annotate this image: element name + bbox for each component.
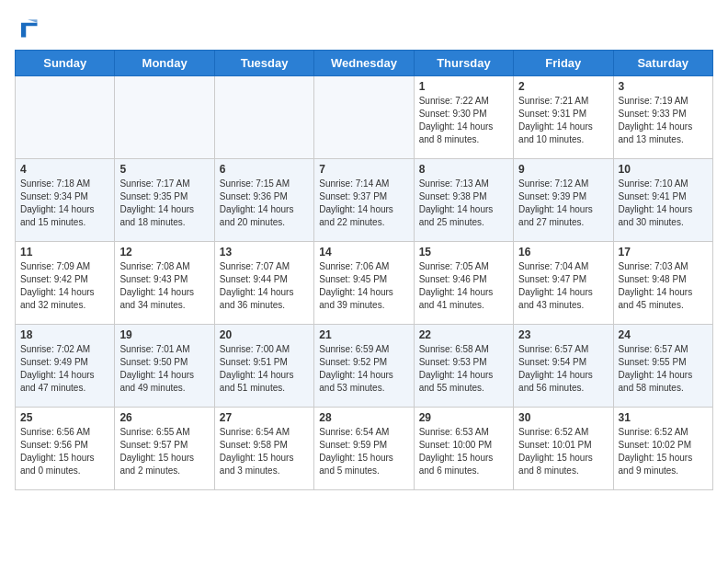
day-info: Sunrise: 7:15 AM Sunset: 9:36 PM Dayligh…: [220, 178, 309, 229]
calendar-cell: 5Sunrise: 7:17 AM Sunset: 9:35 PM Daylig…: [115, 159, 214, 242]
day-info: Sunrise: 7:01 AM Sunset: 9:50 PM Dayligh…: [119, 343, 209, 395]
day-info: Sunrise: 6:59 AM Sunset: 9:52 PM Dayligh…: [319, 343, 408, 395]
day-number: 29: [419, 411, 508, 424]
day-info: Sunrise: 6:53 AM Sunset: 10:00 PM Daylig…: [419, 426, 508, 477]
day-info: Sunrise: 7:13 AM Sunset: 9:38 PM Dayligh…: [419, 178, 508, 229]
day-number: 9: [518, 163, 608, 176]
day-number: 19: [119, 328, 209, 341]
day-number: 24: [619, 328, 708, 341]
day-info: Sunrise: 7:12 AM Sunset: 9:39 PM Dayligh…: [518, 178, 608, 229]
day-info: Sunrise: 7:10 AM Sunset: 9:41 PM Dayligh…: [619, 178, 708, 229]
day-info: Sunrise: 7:22 AM Sunset: 9:30 PM Dayligh…: [419, 95, 508, 146]
day-number: 3: [619, 80, 708, 93]
day-number: 6: [220, 163, 309, 176]
day-number: 30: [518, 411, 608, 424]
calendar-cell: 10Sunrise: 7:10 AM Sunset: 9:41 PM Dayli…: [613, 159, 712, 242]
calendar-header: SundayMondayTuesdayWednesdayThursdayFrid…: [16, 51, 713, 76]
header-saturday: Saturday: [613, 51, 712, 76]
calendar-cell: 18Sunrise: 7:02 AM Sunset: 9:49 PM Dayli…: [16, 325, 115, 408]
week-row-3: 18Sunrise: 7:02 AM Sunset: 9:49 PM Dayli…: [16, 325, 713, 408]
day-number: 14: [319, 246, 408, 259]
header-thursday: Thursday: [414, 51, 513, 76]
day-info: Sunrise: 7:18 AM Sunset: 9:34 PM Dayligh…: [20, 178, 109, 229]
day-number: 26: [119, 411, 209, 424]
day-info: Sunrise: 6:52 AM Sunset: 10:02 PM Daylig…: [619, 426, 708, 477]
day-info: Sunrise: 7:17 AM Sunset: 9:35 PM Dayligh…: [119, 178, 209, 229]
day-number: 25: [20, 411, 109, 424]
day-number: 15: [419, 246, 508, 259]
day-number: 22: [419, 328, 508, 341]
day-number: 28: [319, 411, 408, 424]
day-number: 2: [518, 80, 608, 93]
calendar-body: 1Sunrise: 7:22 AM Sunset: 9:30 PM Daylig…: [16, 76, 713, 490]
calendar-cell: [214, 76, 313, 159]
header-row: SundayMondayTuesdayWednesdayThursdayFrid…: [16, 51, 713, 76]
calendar-table: SundayMondayTuesdayWednesdayThursdayFrid…: [15, 50, 713, 490]
calendar-cell: 9Sunrise: 7:12 AM Sunset: 9:39 PM Daylig…: [514, 159, 613, 242]
header-friday: Friday: [514, 51, 613, 76]
day-number: 10: [619, 163, 708, 176]
calendar-cell: 20Sunrise: 7:00 AM Sunset: 9:51 PM Dayli…: [214, 325, 313, 408]
logo: [15, 15, 44, 40]
day-info: Sunrise: 7:08 AM Sunset: 9:43 PM Dayligh…: [119, 260, 209, 312]
day-info: Sunrise: 7:09 AM Sunset: 9:42 PM Dayligh…: [20, 260, 109, 312]
day-info: Sunrise: 7:02 AM Sunset: 9:49 PM Dayligh…: [20, 343, 109, 395]
day-number: 5: [119, 163, 209, 176]
day-number: 31: [619, 411, 708, 424]
calendar-cell: 14Sunrise: 7:06 AM Sunset: 9:45 PM Dayli…: [314, 242, 414, 325]
calendar-cell: 27Sunrise: 6:54 AM Sunset: 9:58 PM Dayli…: [214, 408, 313, 490]
calendar-cell: 8Sunrise: 7:13 AM Sunset: 9:38 PM Daylig…: [414, 159, 513, 242]
day-number: 7: [319, 163, 408, 176]
calendar-cell: 24Sunrise: 6:57 AM Sunset: 9:55 PM Dayli…: [613, 325, 712, 408]
day-info: Sunrise: 6:57 AM Sunset: 9:55 PM Dayligh…: [619, 343, 708, 395]
day-info: Sunrise: 7:00 AM Sunset: 9:51 PM Dayligh…: [220, 343, 309, 395]
header-sunday: Sunday: [16, 51, 115, 76]
day-number: 20: [220, 328, 309, 341]
calendar-cell: 1Sunrise: 7:22 AM Sunset: 9:30 PM Daylig…: [414, 76, 513, 159]
logo-icon: [15, 15, 40, 40]
week-row-1: 4Sunrise: 7:18 AM Sunset: 9:34 PM Daylig…: [16, 159, 713, 242]
calendar-cell: 6Sunrise: 7:15 AM Sunset: 9:36 PM Daylig…: [214, 159, 313, 242]
calendar-cell: 4Sunrise: 7:18 AM Sunset: 9:34 PM Daylig…: [16, 159, 115, 242]
day-number: 27: [220, 411, 309, 424]
day-info: Sunrise: 6:58 AM Sunset: 9:53 PM Dayligh…: [419, 343, 508, 395]
calendar-cell: 12Sunrise: 7:08 AM Sunset: 9:43 PM Dayli…: [115, 242, 214, 325]
calendar-cell: 2Sunrise: 7:21 AM Sunset: 9:31 PM Daylig…: [514, 76, 613, 159]
svg-marker-0: [21, 23, 38, 38]
calendar-cell: 21Sunrise: 6:59 AM Sunset: 9:52 PM Dayli…: [314, 325, 414, 408]
calendar-cell: 29Sunrise: 6:53 AM Sunset: 10:00 PM Dayl…: [414, 408, 513, 490]
day-number: 16: [518, 246, 608, 259]
day-number: 13: [220, 246, 309, 259]
calendar-cell: 22Sunrise: 6:58 AM Sunset: 9:53 PM Dayli…: [414, 325, 513, 408]
day-info: Sunrise: 7:05 AM Sunset: 9:46 PM Dayligh…: [419, 260, 508, 312]
day-info: Sunrise: 6:54 AM Sunset: 9:58 PM Dayligh…: [220, 426, 309, 477]
day-info: Sunrise: 7:06 AM Sunset: 9:45 PM Dayligh…: [319, 260, 408, 312]
calendar-cell: 23Sunrise: 6:57 AM Sunset: 9:54 PM Dayli…: [514, 325, 613, 408]
day-info: Sunrise: 7:19 AM Sunset: 9:33 PM Dayligh…: [619, 95, 708, 146]
header-tuesday: Tuesday: [214, 51, 313, 76]
header: [15, 15, 713, 40]
calendar-cell: [16, 76, 115, 159]
day-number: 11: [20, 246, 109, 259]
day-info: Sunrise: 6:57 AM Sunset: 9:54 PM Dayligh…: [518, 343, 608, 395]
calendar-cell: 19Sunrise: 7:01 AM Sunset: 9:50 PM Dayli…: [115, 325, 214, 408]
calendar-cell: 28Sunrise: 6:54 AM Sunset: 9:59 PM Dayli…: [314, 408, 414, 490]
day-number: 21: [319, 328, 408, 341]
calendar-cell: 16Sunrise: 7:04 AM Sunset: 9:47 PM Dayli…: [514, 242, 613, 325]
day-info: Sunrise: 7:21 AM Sunset: 9:31 PM Dayligh…: [518, 95, 608, 146]
day-number: 1: [419, 80, 508, 93]
calendar-cell: [115, 76, 214, 159]
calendar-cell: 31Sunrise: 6:52 AM Sunset: 10:02 PM Dayl…: [613, 408, 712, 490]
calendar-cell: 17Sunrise: 7:03 AM Sunset: 9:48 PM Dayli…: [613, 242, 712, 325]
calendar-cell: 7Sunrise: 7:14 AM Sunset: 9:37 PM Daylig…: [314, 159, 414, 242]
svg-marker-1: [28, 19, 38, 23]
day-info: Sunrise: 7:04 AM Sunset: 9:47 PM Dayligh…: [518, 260, 608, 312]
calendar-cell: 26Sunrise: 6:55 AM Sunset: 9:57 PM Dayli…: [115, 408, 214, 490]
day-info: Sunrise: 7:07 AM Sunset: 9:44 PM Dayligh…: [220, 260, 309, 312]
day-number: 8: [419, 163, 508, 176]
day-info: Sunrise: 6:54 AM Sunset: 9:59 PM Dayligh…: [319, 426, 408, 477]
calendar-cell: 11Sunrise: 7:09 AM Sunset: 9:42 PM Dayli…: [16, 242, 115, 325]
week-row-4: 25Sunrise: 6:56 AM Sunset: 9:56 PM Dayli…: [16, 408, 713, 490]
header-wednesday: Wednesday: [314, 51, 414, 76]
calendar-cell: 13Sunrise: 7:07 AM Sunset: 9:44 PM Dayli…: [214, 242, 313, 325]
